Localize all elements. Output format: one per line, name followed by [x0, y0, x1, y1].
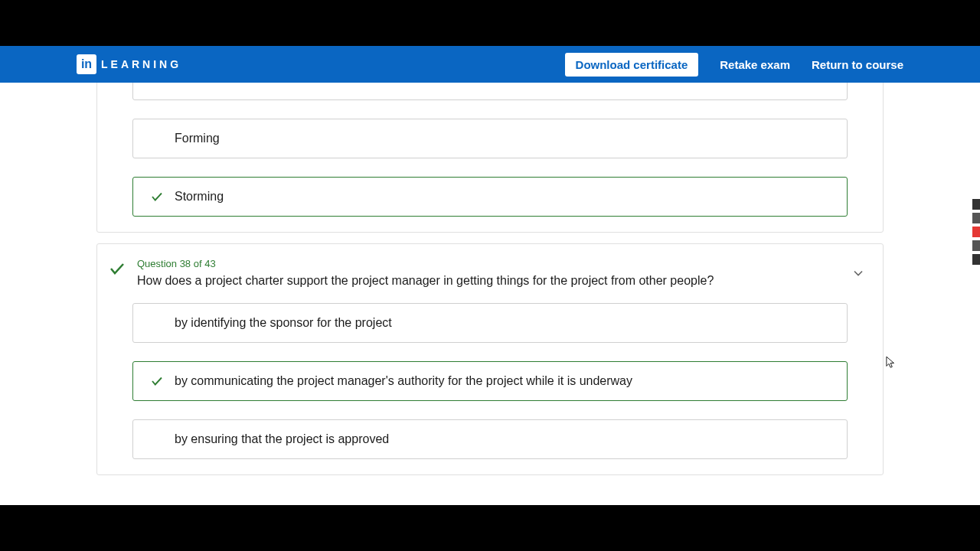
browser-extension-panel[interactable]	[972, 199, 980, 291]
answer-label: Forming	[175, 132, 220, 145]
check-icon	[150, 190, 164, 204]
letterbox-top	[0, 0, 980, 46]
answer-option-correct[interactable]: by communicating the project manager's a…	[132, 361, 848, 401]
brand-label: LEARNING	[101, 58, 181, 70]
answer-option[interactable]: by ensuring that the project is approved	[132, 419, 848, 459]
navbar: in LEARNING Download certificate Retake …	[0, 46, 980, 83]
check-icon	[150, 374, 164, 388]
retake-exam-link[interactable]: Retake exam	[720, 58, 790, 71]
answer-label: by communicating the project manager's a…	[175, 374, 632, 388]
brand[interactable]: in LEARNING	[77, 54, 181, 74]
answer-option[interactable]: Forming	[132, 119, 848, 158]
chevron-down-icon[interactable]	[851, 266, 866, 281]
question-header: Question 38 of 43 How does a project cha…	[97, 244, 883, 298]
answer-list-37: Forming Storming	[97, 83, 883, 217]
question-card-38: Question 38 of 43 How does a project cha…	[96, 243, 884, 475]
answer-label: Storming	[175, 190, 224, 204]
answer-option[interactable]: by identifying the sponsor for the proje…	[132, 303, 848, 343]
linkedin-icon: in	[77, 54, 96, 74]
answer-option[interactable]	[132, 83, 848, 100]
return-to-course-link[interactable]: Return to course	[812, 58, 903, 71]
answer-label: by ensuring that the project is approved	[175, 432, 389, 446]
answer-list-38: by identifying the sponsor for the proje…	[97, 298, 883, 459]
question-card-37: Forming Storming	[96, 83, 884, 233]
letterbox-bottom	[0, 505, 980, 551]
check-icon	[108, 259, 126, 278]
download-certificate-button[interactable]: Download certificate	[565, 53, 699, 77]
nav-actions: Download certificate Retake exam Return …	[565, 53, 903, 77]
question-meta: Question 38 of 43	[137, 258, 714, 269]
answer-option-correct[interactable]: Storming	[132, 177, 848, 217]
viewport: in LEARNING Download certificate Retake …	[0, 46, 980, 505]
answer-label: by identifying the sponsor for the proje…	[175, 316, 392, 330]
question-text: How does a project charter support the p…	[137, 274, 714, 288]
content-area: Forming Storming Question 38 of 43 How d…	[0, 83, 980, 505]
